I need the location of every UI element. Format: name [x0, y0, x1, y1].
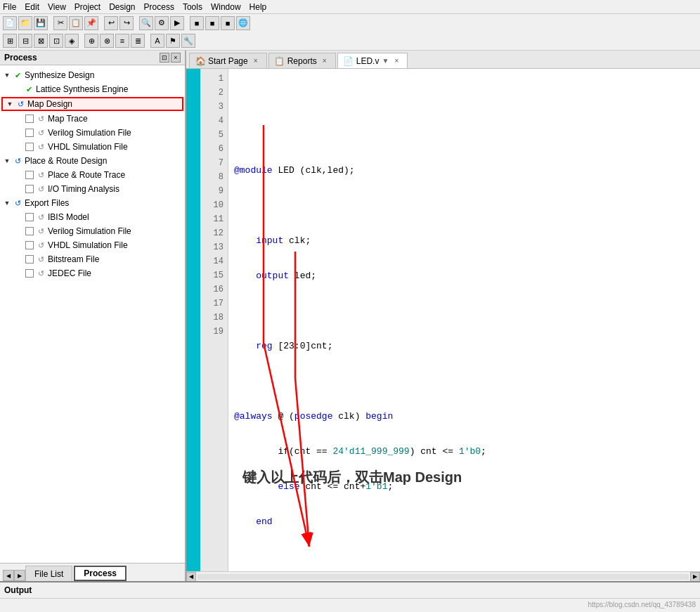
checkbox-vhdl-2[interactable]	[25, 241, 34, 249]
code-text	[234, 341, 256, 351]
tree-item-ibis[interactable]: ↺ IBIS Model	[0, 210, 185, 224]
tb2-12[interactable]: 🔧	[181, 34, 195, 48]
tab-start-page[interactable]: 🏠 Start Page ×	[189, 53, 267, 68]
tree-item-lattice[interactable]: ✔ Lattice Synthesis Engine	[0, 82, 185, 96]
tab-file-list[interactable]: File List	[25, 566, 72, 581]
tb-extra2[interactable]: ■	[205, 16, 219, 30]
expand-icon-export: ▼	[3, 199, 11, 207]
main-layout: Process ⊡ × ▼ ✔ Synthesize Design ✔	[0, 51, 700, 598]
ln-2: 2	[200, 86, 228, 100]
tb2-2[interactable]: ⊟	[18, 34, 32, 48]
tb-run[interactable]: ▶	[170, 16, 184, 30]
tab-process[interactable]: Process	[74, 566, 127, 581]
tb-open[interactable]: 📁	[18, 16, 32, 30]
scroll-left-btn[interactable]: ◀	[3, 570, 14, 581]
tree-item-vhdl-sim-2[interactable]: ↺ VHDL Simulation File	[0, 238, 185, 252]
hscroll-track[interactable]	[197, 574, 689, 580]
tree-item-vhdl-sim-1[interactable]: ↺ VHDL Simulation File	[0, 140, 185, 154]
status-icon-export: ↺	[13, 198, 22, 208]
menu-project[interactable]: Project	[74, 2, 101, 12]
toolbar-row-2: ⊞ ⊟ ⊠ ⊡ ◈ ⊕ ⊗ ≡ ≣ A ⚑ 🔧	[0, 32, 700, 51]
tb-extra3[interactable]: ■	[221, 16, 235, 30]
tb2-9[interactable]: ≣	[131, 34, 145, 48]
tab-close-led[interactable]: ×	[391, 56, 401, 66]
tree-label-io-timing: I/O Timing Analysis	[48, 184, 119, 194]
menu-file[interactable]: File	[3, 2, 16, 12]
scroll-right-btn[interactable]: ▶	[14, 570, 25, 581]
tb-cut[interactable]: ✂	[53, 16, 67, 30]
tree-item-place-route-trace[interactable]: ↺ Place & Route Trace	[0, 168, 185, 182]
tree-item-jedec[interactable]: ↺ JEDEC File	[0, 266, 185, 280]
code-line-8: reg [23:0]cnt;	[234, 339, 694, 353]
tb-build[interactable]: ⚙	[155, 16, 169, 30]
panel-close-btn[interactable]: ×	[171, 53, 181, 63]
ln-15: 15	[200, 268, 228, 282]
checkbox-verilog-2[interactable]	[25, 227, 34, 235]
tb2-1[interactable]: ⊞	[3, 34, 17, 48]
code-text: if(cnt ==	[234, 446, 332, 457]
menu-design[interactable]: Design	[109, 2, 135, 12]
tree-item-map-design[interactable]: ▼ ↺ Map Design	[1, 97, 183, 111]
tab-close-reports[interactable]: ×	[320, 56, 330, 66]
tab-reports[interactable]: 📋 Reports ×	[268, 53, 336, 68]
checkbox-vhdl-1[interactable]	[25, 143, 34, 151]
tb2-6[interactable]: ⊕	[84, 34, 98, 48]
menu-edit[interactable]: Edit	[25, 2, 39, 12]
code-line-9	[234, 374, 694, 388]
kw-always: @always	[234, 411, 273, 422]
checkbox-verilog-1[interactable]	[25, 129, 34, 137]
tree-item-verilog-sim-1[interactable]: ↺ Verilog Simulation File	[0, 126, 185, 140]
tb2-11[interactable]: ⚑	[166, 34, 180, 48]
menu-process[interactable]: Process	[144, 2, 174, 12]
line-numbers: 1 2 3 4 5 6 7 8 9 10 11 12 13 14	[200, 69, 228, 571]
tb2-3[interactable]: ⊠	[34, 34, 48, 48]
tb-undo[interactable]: ↩	[104, 16, 118, 30]
tb2-10[interactable]: A	[150, 34, 164, 48]
tree-item-map-trace[interactable]: ↺ Map Trace	[0, 112, 185, 126]
tb-redo[interactable]: ↪	[119, 16, 134, 30]
tree-label-ibis: IBIS Model	[48, 212, 89, 222]
code-content[interactable]: @module LED (clk,led); input clk; output…	[228, 69, 700, 571]
checkbox-map-trace[interactable]	[25, 115, 34, 123]
checkbox-jedec[interactable]	[25, 269, 34, 278]
tree-item-io-timing[interactable]: ↺ I/O Timing Analysis	[0, 182, 185, 196]
checkbox-ibis[interactable]	[25, 213, 34, 221]
hscroll-left[interactable]: ◀	[186, 572, 196, 582]
tb-save[interactable]: 💾	[34, 16, 48, 30]
tb-copy[interactable]: 📋	[69, 16, 83, 30]
code-text: @ (	[273, 411, 294, 422]
code-text: cnt <= cnt+	[300, 481, 366, 492]
tab-led-v[interactable]: 📄 LED.v ▼ ×	[337, 53, 408, 68]
panel-bottom-tabs: ◀ ▶ File List Process	[0, 563, 185, 581]
tb-search[interactable]: 🔍	[139, 16, 153, 30]
tb-paste[interactable]: 📌	[84, 16, 98, 30]
tb2-7[interactable]: ⊗	[100, 34, 114, 48]
checkbox-place-trace[interactable]	[25, 171, 34, 179]
tb2-4[interactable]: ⊡	[49, 34, 63, 48]
ln-17: 17	[200, 297, 228, 311]
tb-extra4[interactable]: 🌐	[236, 16, 250, 30]
tree-item-synthesize[interactable]: ▼ ✔ Synthesize Design	[0, 68, 185, 82]
menu-view[interactable]: View	[48, 2, 66, 12]
tb-extra1[interactable]: ■	[190, 16, 204, 30]
status-icon-bitstream: ↺	[36, 254, 46, 264]
menu-help[interactable]: Help	[249, 2, 267, 12]
tb2-8[interactable]: ≡	[115, 34, 129, 48]
checkbox-bitstream[interactable]	[25, 255, 34, 263]
hscroll-right[interactable]: ▶	[690, 572, 700, 582]
menu-tools[interactable]: Tools	[183, 2, 202, 12]
tree-item-verilog-sim-2[interactable]: ↺ Verilog Simulation File	[0, 224, 185, 238]
checkbox-io-timing[interactable]	[25, 185, 34, 193]
tree-item-bitstream[interactable]: ↺ Bitstream File	[0, 252, 185, 266]
panel-float-btn[interactable]: ⊡	[160, 53, 169, 63]
tree-item-place-route[interactable]: ▼ ↺ Place & Route Design	[0, 154, 185, 168]
code-line-12: else cnt <= cnt+1'b1;	[234, 479, 694, 493]
tb-new[interactable]: 📄	[3, 16, 17, 30]
left-panel: Process ⊡ × ▼ ✔ Synthesize Design ✔	[0, 51, 186, 581]
menu-window[interactable]: Window	[211, 2, 241, 12]
tb2-5[interactable]: ◈	[65, 34, 79, 48]
menubar: File Edit View Project Design Process To…	[0, 0, 700, 14]
tree-item-export[interactable]: ▼ ↺ Export Files	[0, 196, 185, 210]
tab-label-start: Start Page	[208, 56, 248, 66]
tab-close-start[interactable]: ×	[251, 56, 261, 66]
